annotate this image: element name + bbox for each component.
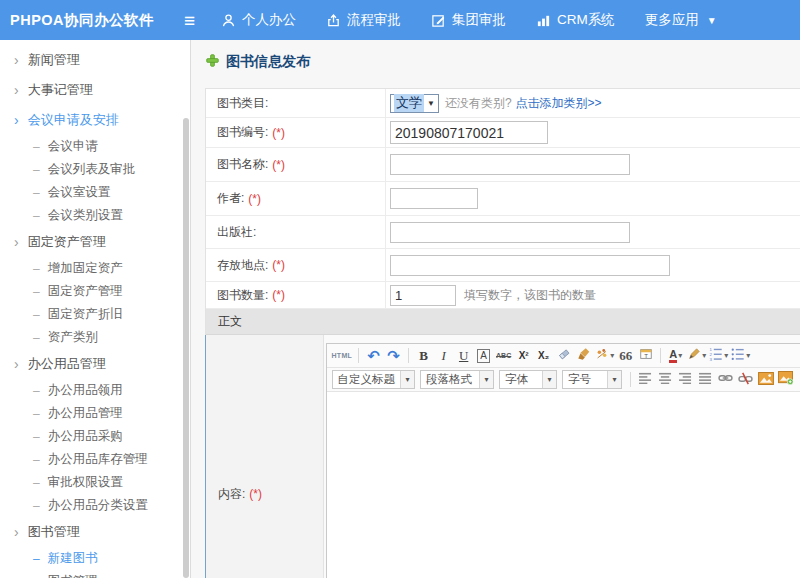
align-right-button[interactable] bbox=[677, 370, 694, 389]
dash-icon: – bbox=[33, 285, 40, 299]
sidebar-item-supplies-classification[interactable]: – 办公用品分类设置 bbox=[0, 494, 190, 517]
sidebar-item-asset-category[interactable]: – 资产类别 bbox=[0, 326, 190, 349]
location-input[interactable] bbox=[390, 255, 670, 276]
sidebar-group-news[interactable]: › 新闻管理 bbox=[0, 45, 190, 75]
topbar: PHPOA协同办公软件 ≡ 个人办公 流程审批 集团审批 CRM系统 更多应用 … bbox=[0, 0, 800, 40]
dash-icon: – bbox=[33, 186, 40, 200]
insert-link-button[interactable] bbox=[717, 370, 734, 389]
item-label: 会议申请 bbox=[48, 138, 98, 155]
blockquote-button[interactable]: 66 bbox=[617, 346, 634, 365]
align-left-button[interactable] bbox=[637, 370, 654, 389]
sidebar-group-office-supplies[interactable]: › 办公用品管理 bbox=[0, 349, 190, 379]
link-icon bbox=[718, 372, 733, 387]
redo-button[interactable]: ↷ bbox=[385, 346, 402, 365]
sidebar-item-new-book[interactable]: – 新建图书 bbox=[0, 547, 190, 570]
superscript-button[interactable]: X² bbox=[515, 346, 532, 365]
quantity-input[interactable] bbox=[390, 285, 456, 306]
menu-item-personal-office[interactable]: 个人办公 bbox=[221, 11, 296, 29]
italic-button[interactable]: I bbox=[435, 346, 452, 365]
workflow-icon bbox=[326, 13, 341, 28]
sidebar-group-memorabilia[interactable]: › 大事记管理 bbox=[0, 75, 190, 105]
caret-down-icon: ▾ bbox=[400, 371, 414, 388]
menu-label: 个人办公 bbox=[242, 11, 296, 29]
sidebar-item-add-asset[interactable]: – 增加固定资产 bbox=[0, 257, 190, 280]
remove-format-button[interactable] bbox=[555, 346, 572, 365]
sidebar-scrollbar-thumb[interactable] bbox=[183, 118, 189, 578]
sidebar-group-meeting[interactable]: › 会议申请及安排 bbox=[0, 105, 190, 135]
align-justify-button[interactable] bbox=[697, 370, 714, 389]
bold-button[interactable]: B bbox=[415, 346, 432, 365]
format-paint-button[interactable]: ▾ bbox=[595, 346, 614, 365]
insert-image-button[interactable] bbox=[757, 370, 774, 389]
clear-format-button[interactable] bbox=[575, 346, 592, 365]
book-no-input[interactable] bbox=[390, 121, 548, 144]
char-style-button[interactable]: A bbox=[475, 346, 492, 365]
edit-square-icon bbox=[431, 13, 446, 28]
unordered-list-button[interactable]: ▾ bbox=[731, 346, 750, 365]
caret-down-icon: ▾ bbox=[610, 351, 614, 360]
publisher-input[interactable] bbox=[390, 222, 630, 243]
editor-content-area[interactable] bbox=[327, 392, 800, 578]
sidebar-item-asset-manage[interactable]: – 固定资产管理 bbox=[0, 280, 190, 303]
sidebar-group-fixed-assets[interactable]: › 固定资产管理 bbox=[0, 227, 190, 257]
menu-item-workflow-approval[interactable]: 流程审批 bbox=[326, 11, 401, 29]
sidebar-item-asset-depreciation[interactable]: – 固定资产折旧 bbox=[0, 303, 190, 326]
unlink-button[interactable] bbox=[737, 370, 754, 389]
font-size-dropdown[interactable]: 字号▾ bbox=[562, 370, 622, 389]
align-center-button[interactable] bbox=[657, 370, 674, 389]
chevron-right-icon: › bbox=[14, 525, 19, 539]
font-color-button[interactable]: A▾ bbox=[667, 346, 684, 365]
required-mark: (*) bbox=[272, 158, 285, 172]
insert-multi-image-button[interactable] bbox=[777, 370, 794, 389]
caret-down-icon: ▾ bbox=[678, 351, 682, 360]
dash-icon: – bbox=[33, 262, 40, 276]
chevron-right-icon: › bbox=[14, 235, 19, 249]
sidebar-item-meeting-room[interactable]: – 会议室设置 bbox=[0, 181, 190, 204]
menu-label: CRM系统 bbox=[557, 11, 615, 29]
strikethrough-button[interactable]: ABC bbox=[495, 346, 512, 365]
required-mark: (*) bbox=[248, 192, 261, 206]
main-content: 图书信息发布 图书类目: 文学 ▼ 还没有类别? 点击添加类别>> 图书编号: … bbox=[192, 40, 800, 578]
sidebar-item-meeting-apply[interactable]: – 会议申请 bbox=[0, 135, 190, 158]
underline-button[interactable]: U bbox=[455, 346, 472, 365]
menu-label: 集团审批 bbox=[452, 11, 506, 29]
required-mark: (*) bbox=[272, 126, 285, 140]
paragraph-format-dropdown[interactable]: 段落格式▾ bbox=[420, 370, 494, 389]
ordered-list-button[interactable]: 123▾ bbox=[709, 346, 728, 365]
sidebar-item-supplies-manage[interactable]: – 办公用品管理 bbox=[0, 402, 190, 425]
dash-icon: – bbox=[33, 331, 40, 345]
sidebar-item-meeting-list[interactable]: – 会议列表及审批 bbox=[0, 158, 190, 181]
hamburger-icon[interactable]: ≡ bbox=[184, 11, 195, 30]
heading-style-dropdown[interactable]: 自定义标题▾ bbox=[332, 370, 416, 389]
html-source-button[interactable]: HTML bbox=[332, 346, 353, 365]
sidebar-group-books[interactable]: › 图书管理 bbox=[0, 517, 190, 547]
dropdown-label: 自定义标题 bbox=[333, 372, 401, 387]
undo-button[interactable]: ↶ bbox=[365, 346, 382, 365]
menu-item-group-approval[interactable]: 集团审批 bbox=[431, 11, 506, 29]
sidebar-item-meeting-category[interactable]: – 会议类别设置 bbox=[0, 204, 190, 227]
font-family-dropdown[interactable]: 字体▾ bbox=[499, 370, 557, 389]
menu-item-more-apps[interactable]: 更多应用 ▼ bbox=[645, 11, 717, 29]
svg-text:3: 3 bbox=[710, 357, 713, 361]
author-input[interactable] bbox=[390, 188, 478, 209]
highlight-pen-icon bbox=[687, 347, 701, 364]
dash-icon: – bbox=[33, 140, 40, 154]
menu-item-crm-system[interactable]: CRM系统 bbox=[536, 11, 615, 29]
sidebar-item-supplies-inventory[interactable]: – 办公用品库存管理 bbox=[0, 448, 190, 471]
sidebar-item-book-manage[interactable]: – 图书管理 bbox=[0, 570, 190, 578]
book-name-input[interactable] bbox=[390, 154, 630, 175]
add-category-link[interactable]: 点击添加类别>> bbox=[516, 95, 602, 112]
text-box-button[interactable]: T bbox=[637, 346, 654, 365]
dash-icon: – bbox=[33, 453, 40, 467]
sidebar-item-approval-permission[interactable]: – 审批权限设置 bbox=[0, 471, 190, 494]
category-select[interactable]: 文学 ▼ bbox=[390, 94, 439, 113]
highlight-color-button[interactable]: ▾ bbox=[687, 346, 706, 365]
form-row-location: 存放地点: (*) bbox=[206, 249, 800, 282]
subscript-button[interactable]: X₂ bbox=[535, 346, 552, 365]
broom-icon bbox=[577, 347, 591, 364]
sidebar-item-supplies-claim[interactable]: – 办公用品领用 bbox=[0, 379, 190, 402]
align-justify-icon bbox=[699, 372, 712, 387]
page-title-text: 图书信息发布 bbox=[226, 53, 310, 71]
book-name-label: 图书名称: bbox=[217, 156, 268, 173]
sidebar-item-supplies-purchase[interactable]: – 办公用品采购 bbox=[0, 425, 190, 448]
